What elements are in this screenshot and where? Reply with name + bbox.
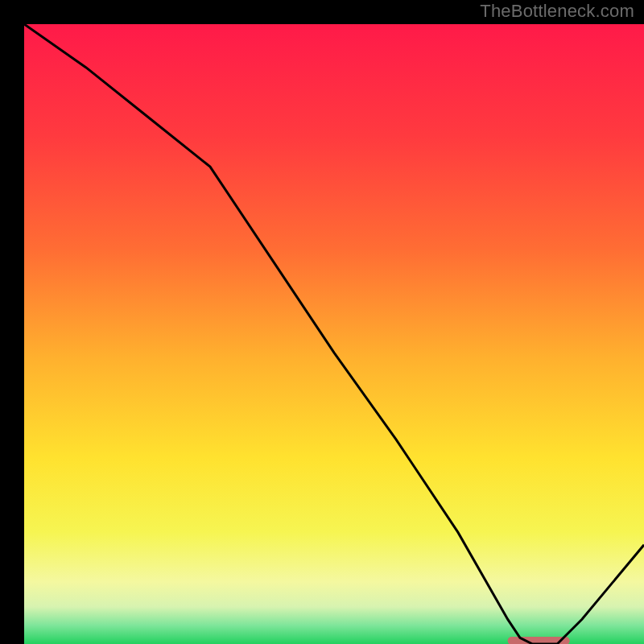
plot-area bbox=[24, 24, 644, 644]
gradient-background bbox=[24, 24, 644, 644]
chart-svg bbox=[24, 24, 644, 644]
figure: TheBottleneck.com bbox=[0, 0, 644, 644]
watermark-label: TheBottleneck.com bbox=[480, 1, 634, 22]
